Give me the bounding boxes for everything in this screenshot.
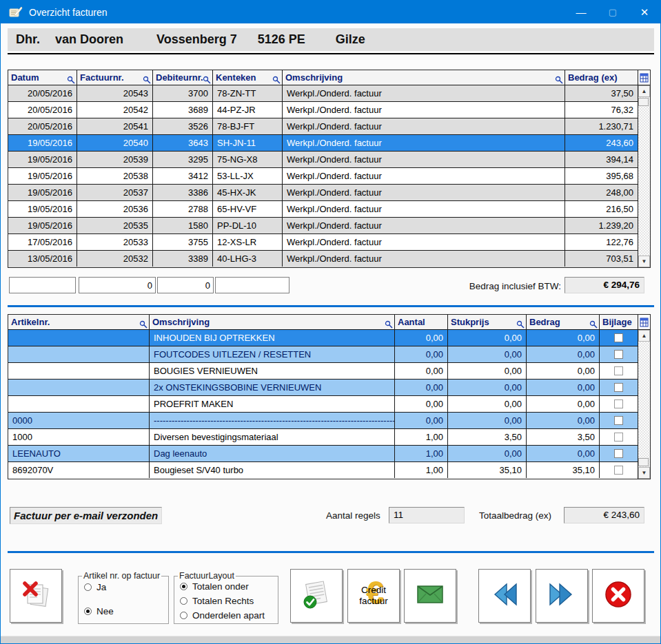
- column-sort-icon[interactable]: [67, 74, 75, 85]
- scroll-track[interactable]: [638, 342, 650, 467]
- invoices-scrollbar[interactable]: ▲ ▼: [638, 70, 650, 267]
- bijlage-checkbox[interactable]: [614, 333, 623, 342]
- invoice-item-row[interactable]: 2x ONSTEKINGSBOBINE VERNIEUWEN0,000,000,…: [8, 380, 638, 396]
- column-header-omschrijving[interactable]: Omschrijving: [283, 70, 565, 85]
- filter-factuurnr-input[interactable]: [79, 277, 156, 293]
- invoice-item-row[interactable]: PROEFRIT MAKEN0,000,000,00: [8, 396, 638, 413]
- cell: 3386: [153, 185, 213, 200]
- previous-invoice-button[interactable]: [478, 569, 531, 623]
- radio-artikel-nee[interactable]: Nee: [79, 606, 168, 616]
- bijlage-checkbox[interactable]: [614, 350, 623, 359]
- column-header-kenteken[interactable]: Kenteken: [213, 70, 283, 85]
- close-window-button[interactable]: ✕: [629, 1, 660, 23]
- column-header-debiteurnr-[interactable]: Debiteurnr.: [153, 70, 213, 85]
- bijlage-checkbox[interactable]: [614, 366, 623, 375]
- cell: 0,00: [527, 446, 600, 461]
- aantal-regels-label: Aantal regels: [326, 510, 380, 521]
- cell: 3,50: [448, 429, 527, 445]
- radio-icon[interactable]: [180, 597, 187, 605]
- maximize-button[interactable]: ▢: [597, 1, 629, 23]
- delete-invoice-button[interactable]: [10, 569, 62, 623]
- email-invoice-button[interactable]: [404, 569, 456, 623]
- invoice-item-row[interactable]: INHOUDEN BIJ OPTREKKEN0,000,000,00: [8, 330, 638, 346]
- invoice-item-row[interactable]: LEENAUTODag leenauto1,000,000,00: [8, 446, 638, 462]
- cell: Werkpl./Onderd. factuur: [283, 152, 565, 167]
- section-divider-top: [8, 305, 654, 307]
- invoice-row[interactable]: 13/05/201620532338940-LHG-3Werkpl./Onder…: [8, 251, 638, 267]
- column-header-datum[interactable]: Datum: [8, 70, 77, 85]
- cell: [8, 346, 150, 362]
- invoice-row[interactable]: 19/05/2016205403643SH-JN-11Werkpl./Onder…: [8, 135, 638, 152]
- bijlage-checkbox[interactable]: [614, 433, 623, 442]
- radio-artikel-ja[interactable]: Ja: [79, 582, 168, 592]
- column-sort-icon[interactable]: [516, 318, 525, 330]
- bijlage-checkbox[interactable]: [614, 449, 623, 458]
- bijlage-checkbox[interactable]: [614, 416, 623, 425]
- invoice-row[interactable]: 19/05/2016205351580PP-DL-10Werkpl./Onder…: [8, 218, 638, 234]
- filter-kenteken-input[interactable]: [215, 277, 289, 293]
- column-sort-icon[interactable]: [555, 74, 563, 85]
- column-sort-icon[interactable]: [139, 318, 148, 330]
- invoice-row[interactable]: 19/05/201620536278865-HV-VFWerkpl./Onder…: [8, 201, 638, 218]
- cell: 53-LL-JX: [213, 168, 283, 184]
- invoice-row[interactable]: 20/05/201620541352678-BJ-FTWerkpl./Onder…: [8, 118, 638, 135]
- column-sort-icon[interactable]: [143, 74, 151, 85]
- invoice-item-row[interactable]: 1000Diversen bevestigingsmateriaal1,003,…: [8, 429, 638, 446]
- invoice-item-row[interactable]: BOUGIES VERNIEUWEN0,000,000,00: [8, 363, 638, 380]
- column-header-stukprijs[interactable]: Stukprijs: [448, 315, 527, 330]
- approve-invoice-button[interactable]: [290, 569, 343, 623]
- invoice-row[interactable]: 20/05/201620542368944-PZ-JRWerkpl./Onder…: [8, 102, 638, 118]
- scroll-thumb[interactable]: [638, 98, 649, 106]
- cell: 3389: [153, 251, 213, 267]
- items-scrollbar[interactable]: ▲ ▼: [638, 315, 650, 479]
- scroll-down-button[interactable]: ▼: [638, 256, 650, 267]
- minimize-button[interactable]: —: [565, 1, 597, 23]
- invoice-item-row[interactable]: FOUTCODES UITLEZEN / RESETTEN0,000,000,0…: [8, 346, 638, 363]
- bijlage-checkbox[interactable]: [614, 383, 623, 392]
- filter-debiteurnr-input[interactable]: [157, 277, 214, 293]
- column-header-omschrijving[interactable]: Omschrijving: [150, 315, 395, 330]
- close-screen-button[interactable]: [592, 569, 644, 623]
- table-grid-icon[interactable]: [638, 70, 650, 85]
- overzicht-facturen-window: Overzicht facturen — ▢ ✕ Dhr. van Dooren…: [0, 0, 661, 644]
- invoice-row[interactable]: 19/05/201620537338645-HX-JKWerkpl./Onder…: [8, 185, 638, 201]
- invoice-item-row[interactable]: 0000------------------------------------…: [8, 413, 638, 429]
- column-header-bedrag-ex-[interactable]: Bedrag (ex): [565, 70, 638, 85]
- bijlage-checkbox[interactable]: [614, 466, 623, 475]
- bijlage-cell: [600, 396, 638, 412]
- radio-layout-totalen-onder[interactable]: Totalen onder: [174, 581, 278, 592]
- column-sort-icon[interactable]: [589, 318, 598, 330]
- invoice-row[interactable]: 17/05/201620533375512-XS-LRWerkpl./Onder…: [8, 234, 638, 251]
- invoice-row[interactable]: 20/05/201620543370078-ZN-TTWerkpl./Onder…: [8, 85, 638, 102]
- column-header-bedrag[interactable]: Bedrag: [527, 315, 600, 330]
- column-header-aantal[interactable]: Aantal: [395, 315, 448, 330]
- invoice-row[interactable]: 19/05/201620538341253-LL-JXWerkpl./Onder…: [8, 168, 638, 185]
- scroll-track[interactable]: [638, 97, 650, 256]
- scroll-thumb[interactable]: [638, 458, 649, 466]
- scroll-up-button[interactable]: ▲: [638, 85, 650, 97]
- column-header-factuurnr-[interactable]: Factuurnr.: [77, 70, 153, 85]
- filter-datum-input[interactable]: [9, 277, 76, 293]
- column-sort-icon[interactable]: [203, 74, 211, 85]
- radio-icon[interactable]: [180, 612, 187, 619]
- cell: 0,00: [448, 413, 527, 428]
- column-sort-icon[interactable]: [385, 318, 393, 330]
- bijlage-checkbox[interactable]: [614, 399, 623, 408]
- next-invoice-button[interactable]: [536, 569, 588, 623]
- credit-factuur-button[interactable]: € Credit factuur: [347, 569, 400, 623]
- column-header-bijlage[interactable]: Bijlage: [600, 315, 638, 330]
- column-sort-icon[interactable]: [272, 74, 281, 85]
- scroll-down-button[interactable]: ▼: [638, 467, 650, 479]
- invoice-row[interactable]: 19/05/201620539329575-NG-X8Werkpl./Onder…: [8, 152, 638, 168]
- radio-icon[interactable]: [84, 583, 92, 591]
- radio-layout-onderdelen-apart[interactable]: Onderdelen apart: [174, 610, 278, 621]
- radio-icon[interactable]: [84, 607, 92, 615]
- radio-layout-totalen-rechts[interactable]: Totalen Rechts: [174, 596, 278, 606]
- status-strip: [1, 636, 660, 644]
- column-header-artikelnr-[interactable]: Artikelnr.: [8, 315, 150, 330]
- radio-icon[interactable]: [180, 583, 187, 590]
- scroll-up-button[interactable]: ▲: [638, 330, 650, 342]
- cell: 1580: [153, 218, 213, 233]
- invoice-item-row[interactable]: 8692070VBougieset S/V40 turbo1,0035,1035…: [8, 462, 638, 479]
- table-grid-icon[interactable]: [638, 315, 650, 330]
